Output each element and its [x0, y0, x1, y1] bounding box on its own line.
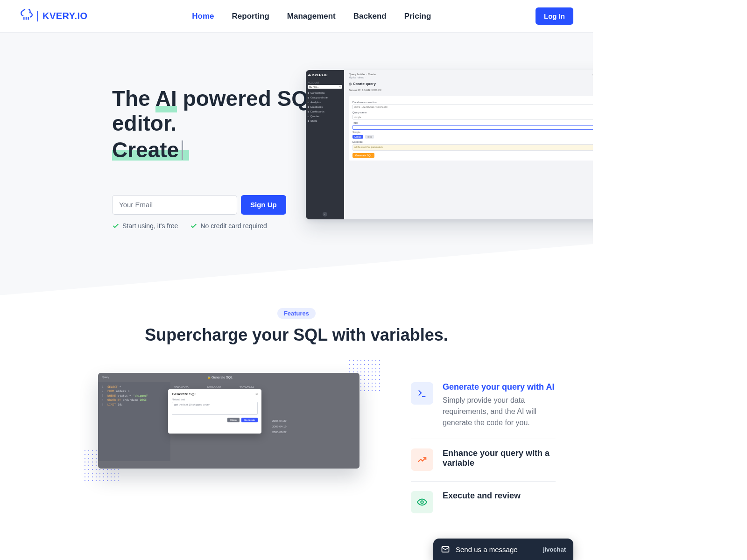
- chip-queue: Queue: [352, 135, 363, 139]
- benefit-free-text: Start using, it's free: [122, 222, 178, 230]
- square-icon: [308, 111, 309, 112]
- square-icon: [308, 116, 309, 117]
- bell-icon: ☰: [592, 74, 593, 77]
- modal-title: Generate SQL: [172, 392, 197, 396]
- nav-reporting[interactable]: Reporting: [232, 12, 269, 21]
- benefit-free: Start using, it's free: [112, 222, 178, 230]
- signup-button[interactable]: Sign Up: [241, 195, 286, 215]
- field-db-connection: demo_17220529117.sql17E.dbi: [352, 105, 593, 109]
- features-badge: Features: [277, 308, 316, 319]
- cell: 2005-04-19: [272, 425, 305, 428]
- feature-preview-wrap: Query Generate SQL 1SELECT * 2FROM order…: [98, 373, 359, 469]
- close-icon: ×: [255, 392, 258, 396]
- field-describe: all the user that parameters: [352, 144, 593, 151]
- headline-prefix: The: [112, 86, 155, 111]
- modal-textarea: get the last 10 shipped order: [172, 402, 258, 415]
- chat-brand-text: jivochat: [543, 546, 566, 553]
- field-name-value: simple: [354, 116, 361, 119]
- terminal-icon: [411, 382, 433, 405]
- feature-item-generate-ai[interactable]: Generate your query with AI Simply provi…: [411, 373, 556, 439]
- editor-kw: ORDER BY: [107, 398, 121, 402]
- trending-up-icon: [411, 448, 433, 471]
- chevron-left-icon: ‹: [323, 212, 327, 217]
- field-desc-value: all the user that parameters: [354, 146, 383, 148]
- cell: 2005-05-24: [240, 386, 272, 389]
- preview-user-chip: ☰ user@mail: [592, 73, 593, 77]
- preview-account-label: ACCOUNT: [308, 81, 342, 84]
- generate-sql-button: Generate SQL: [352, 153, 374, 158]
- feature-item-execute[interactable]: Execute and review: [411, 481, 556, 524]
- editor-kw: LIMIT: [107, 402, 116, 407]
- sidebar-item-label: Databases: [310, 105, 323, 108]
- brand-logo[interactable]: KVERY.IO: [20, 9, 88, 24]
- headline-ai: AI: [155, 86, 177, 111]
- check-icon: [190, 222, 197, 230]
- feature-item-title: Generate your query with AI: [443, 382, 556, 392]
- chat-message-text: Send us a message: [456, 546, 537, 553]
- cloud-db-icon: [20, 9, 33, 24]
- top-label: Query: [102, 376, 109, 379]
- hero-section: The AI powered SQL editor. Create Sign U…: [0, 33, 593, 295]
- editor-rest: 10;: [118, 402, 123, 407]
- sidebar-item-databases: Databases: [308, 105, 342, 109]
- preview-title: Create query: [349, 82, 593, 86]
- editor-str: "shipped": [133, 393, 148, 398]
- sidebar-item-connections: Connections: [308, 91, 342, 95]
- label-query-name: Query name: [352, 111, 593, 114]
- preview-main: ☰ user@mail Query builder · Master My Ac…: [344, 70, 593, 219]
- label-tags: Tags: [352, 121, 593, 124]
- sidebar-item-label: Analytics: [310, 101, 321, 104]
- chat-widget[interactable]: Send us a message jivochat: [433, 539, 573, 560]
- headline-typed-wrap: Create: [112, 138, 179, 162]
- sidebar-item-label: Queries: [310, 115, 319, 118]
- sidebar-item-label: Dashboards: [310, 110, 324, 113]
- sidebar-item-share: Share: [308, 119, 342, 123]
- modal-close-button: Close: [227, 418, 240, 422]
- preview-top-bar: Query Generate SQL: [98, 373, 359, 382]
- modal-label: Natural text: [172, 398, 258, 401]
- feature-item-title: Execute and review: [443, 491, 521, 501]
- preview-account-select: My Acc…▾: [308, 85, 342, 89]
- email-input[interactable]: [112, 195, 237, 215]
- features-title: Supercharge your SQL with variables.: [0, 325, 593, 345]
- label-db-connection: Database connection: [352, 101, 593, 104]
- editor-kw: WHERE: [107, 393, 116, 398]
- typing-cursor-icon: [182, 140, 183, 160]
- editor-str: DESC: [140, 398, 146, 402]
- editor-kw: SELECT: [107, 385, 118, 389]
- sidebar-item-group: Group and rule: [308, 95, 342, 100]
- field-tags: [352, 125, 593, 130]
- square-icon: [308, 92, 309, 94]
- sidebar-item-label: Connections: [310, 91, 325, 94]
- nav-backend[interactable]: Backend: [353, 12, 387, 21]
- square-icon: [308, 120, 309, 122]
- sidebar-item-label: Group and rule: [310, 96, 328, 99]
- modal-generate-button: Generate: [241, 418, 258, 422]
- feature-item-desc: Simply provide your data requirements, a…: [443, 395, 556, 428]
- benefits-row: Start using, it's free No credit card re…: [112, 222, 355, 230]
- benefit-no-card: No credit card required: [190, 222, 267, 230]
- eye-icon: [411, 491, 433, 513]
- editor-rest: orders o: [116, 389, 129, 393]
- preview-account-value: My Acc…: [309, 85, 319, 88]
- cell: 2005-04-29: [272, 420, 305, 422]
- nav-home[interactable]: Home: [192, 12, 214, 21]
- cloud-db-icon: ☁: [308, 73, 311, 77]
- cell: 2005-05-20: [174, 386, 207, 389]
- preview-sidebar: ☁ KVERY.IO ACCOUNT My Acc…▾ Connections …: [306, 70, 344, 219]
- feature-item-variable[interactable]: Enhance your query with a variable: [411, 439, 556, 481]
- preview-logo-text: KVERY.IO: [312, 73, 327, 77]
- square-icon: [308, 106, 309, 108]
- tab-generate-sql: Generate SQL: [207, 376, 233, 379]
- login-button[interactable]: Log In: [536, 7, 573, 25]
- sidebar-item-dashboards: Dashboards: [308, 109, 342, 114]
- editor-rest: orderdate: [123, 398, 138, 402]
- nav-management[interactable]: Management: [287, 12, 336, 21]
- nav-pricing[interactable]: Pricing: [404, 12, 431, 21]
- sidebar-collapse: ‹: [308, 212, 342, 217]
- brand-name: KVERY.IO: [37, 11, 88, 21]
- feature-list: Generate your query with AI Simply provi…: [411, 373, 556, 524]
- preview-title-text: Create query: [353, 82, 376, 86]
- generate-sql-modal: Generate SQL × Natural text get the last…: [168, 389, 261, 434]
- feature-preview: Query Generate SQL 1SELECT * 2FROM order…: [98, 373, 359, 469]
